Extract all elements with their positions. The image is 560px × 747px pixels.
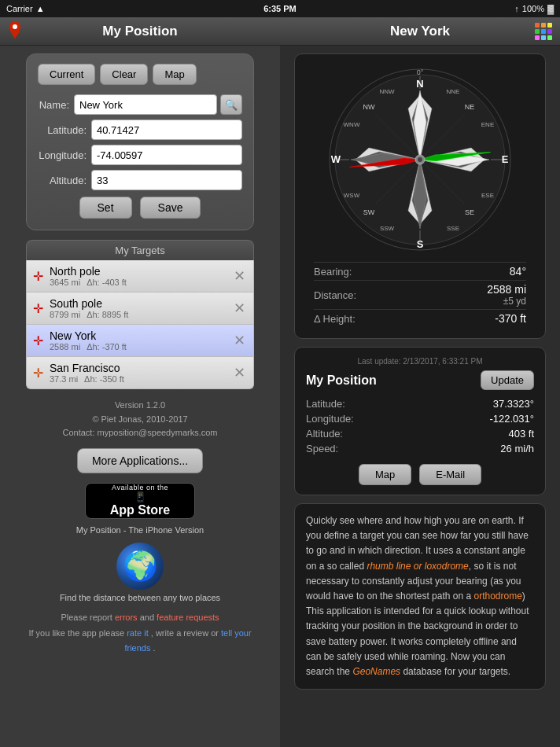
appstore-badge[interactable]: Available on the 📱 App Store <box>85 483 195 519</box>
footer-period: . <box>153 643 156 653</box>
left-panel: Current Clear Map Name: 🔍 Latitude: Long… <box>0 46 280 747</box>
battery-label: 100% <box>522 4 544 13</box>
target-close-button[interactable]: ✕ <box>232 364 247 381</box>
target-item[interactable]: ✛ North pole 3645 mi Δh: -403 ft ✕ <box>26 260 254 293</box>
pos-altitude-label: Altitude: <box>306 428 343 440</box>
longitude-input[interactable] <box>91 145 242 165</box>
search-button[interactable]: 🔍 <box>220 94 242 115</box>
bearing-info: Bearing: 84° Distance: 2588 mi ±5 yd Δ H… <box>306 262 534 327</box>
target-sub: 37.3 mi Δh: -350 ft <box>50 374 232 384</box>
svg-text:S: S <box>417 238 424 250</box>
update-button[interactable]: Update <box>481 370 534 390</box>
svg-point-0 <box>13 24 17 29</box>
target-delta: Δh: -350 ft <box>84 374 124 384</box>
targets-section: My Targets ✛ North pole 3645 mi Δh: -403… <box>26 240 254 389</box>
more-apps-button[interactable]: More Applications... <box>77 448 203 473</box>
target-info: North pole 3645 mi Δh: -403 ft <box>50 265 232 287</box>
footer-rate: If you like the app please rate it , wri… <box>16 626 264 657</box>
svg-text:SSE: SSE <box>447 225 459 232</box>
height-row: Δ Height: -370 ft <box>314 309 526 327</box>
target-sub: 2588 mi Δh: -370 ft <box>50 342 232 351</box>
copyright-text: © Piet Jonas, 2010-2017 <box>62 413 217 427</box>
target-delta: Δh: -370 ft <box>87 342 127 351</box>
distance-value: 2588 mi <box>487 283 526 296</box>
pos-email-button[interactable]: E-Mail <box>419 464 481 485</box>
distance-values: 2588 mi ±5 yd <box>487 283 526 307</box>
pos-altitude-row: Altitude: 403 ft <box>306 426 534 441</box>
pos-map-button[interactable]: Map <box>359 464 411 485</box>
target-close-button[interactable]: ✕ <box>232 300 247 317</box>
footer-report: Please report <box>61 613 114 622</box>
svg-text:NE: NE <box>465 103 475 111</box>
position-card: Current Clear Map Name: 🔍 Latitude: Long… <box>26 53 254 230</box>
status-time: 6:35 PM <box>263 4 297 13</box>
grid-icon <box>535 23 552 40</box>
pos-speed-row: Speed: 26 mi/h <box>306 441 534 456</box>
version-section: Version 1.2.0 © Piet Jonas, 2010-2017 Co… <box>62 399 217 440</box>
target-dist: 3645 mi <box>50 278 80 287</box>
svg-text:E: E <box>502 153 509 165</box>
footer-feature-link[interactable]: feature requests <box>157 613 219 622</box>
svg-text:SSW: SSW <box>380 225 395 232</box>
svg-text:WSW: WSW <box>344 192 360 199</box>
globe-label: Find the distance between any two places <box>60 593 220 602</box>
footer-rate-text: If you like the app please <box>28 628 127 638</box>
distance-label: Distance: <box>314 289 356 301</box>
current-button[interactable]: Current <box>38 64 95 85</box>
target-close-button[interactable]: ✕ <box>232 267 247 285</box>
target-name: New York <box>50 329 232 342</box>
pos-latitude-row: Latitude: 37.3323° <box>306 396 534 411</box>
name-row: Name: 🔍 <box>38 94 242 115</box>
main-layout: Current Clear Map Name: 🔍 Latitude: Long… <box>0 46 560 747</box>
pos-title: My Position <box>306 374 377 388</box>
status-right: ↑ 100% ▓ <box>514 4 554 13</box>
svg-text:WNW: WNW <box>344 121 360 128</box>
target-info: New York 2588 mi Δh: -370 ft <box>50 329 232 351</box>
bearing-label: Bearing: <box>314 266 352 278</box>
clear-button[interactable]: Clear <box>100 64 148 85</box>
footer-and: and <box>140 613 157 622</box>
longitude-label: Longitude: <box>38 149 91 161</box>
name-input[interactable] <box>74 94 217 115</box>
map-button[interactable]: Map <box>153 64 196 85</box>
footer-rate-link[interactable]: rate it <box>127 628 149 638</box>
action-buttons: Set Save <box>38 197 242 219</box>
pos-latitude-value: 37.3323° <box>493 398 534 410</box>
altitude-input[interactable] <box>91 170 242 190</box>
target-name: North pole <box>50 265 232 278</box>
distance-sub: ±5 yd <box>487 296 526 307</box>
info-orthodrome: orthodrome <box>473 591 521 602</box>
footer-write: , write a review <box>151 628 211 638</box>
save-button[interactable]: Save <box>140 197 201 219</box>
target-dist: 2588 mi <box>50 342 80 351</box>
svg-point-26 <box>418 157 422 162</box>
footer-errors: Please report errors and feature request… <box>16 610 264 626</box>
target-delta: Δh: 8895 ft <box>87 310 128 319</box>
bearing-value: 84° <box>510 265 526 278</box>
footer-errors-link[interactable]: errors <box>115 613 138 622</box>
targets-header: My Targets <box>26 240 254 260</box>
target-name: San Francisco <box>50 362 232 374</box>
set-button[interactable]: Set <box>79 197 132 219</box>
height-value: -370 ft <box>495 312 526 325</box>
status-bar: Carrier ▲ 6:35 PM ↑ 100% ▓ <box>0 0 560 17</box>
globe-icon-wrap: 🌍 <box>116 543 164 590</box>
top-buttons: Current Clear Map <box>38 64 242 85</box>
target-close-button[interactable]: ✕ <box>232 332 247 349</box>
target-item[interactable]: ✛ San Francisco 37.3 mi Δh: -350 ft ✕ <box>26 357 254 389</box>
appstore-name: App Store <box>110 503 170 517</box>
target-pin-icon: ✛ <box>33 269 43 284</box>
compass-svg: N S E W NE SE SW NW NNE ENE ESE SSE SSW … <box>326 65 514 254</box>
info-text-card: Quickly see where and how high you are o… <box>294 503 546 690</box>
pos-latitude-label: Latitude: <box>306 398 345 410</box>
svg-text:NNE: NNE <box>447 88 460 95</box>
pin-icon <box>8 21 22 42</box>
left-header: My Position <box>0 17 280 46</box>
target-item[interactable]: ✛ New York 2588 mi Δh: -370 ft ✕ <box>26 325 254 357</box>
latitude-label: Latitude: <box>38 124 91 136</box>
latitude-input[interactable] <box>91 120 242 140</box>
right-panel: N S E W NE SE SW NW NNE ENE ESE SSE SSW … <box>280 46 560 747</box>
target-item[interactable]: ✛ South pole 8799 mi Δh: 8895 ft ✕ <box>26 293 254 325</box>
distance-row: Distance: 2588 mi ±5 yd <box>314 280 526 309</box>
footer-or: or <box>211 628 221 638</box>
